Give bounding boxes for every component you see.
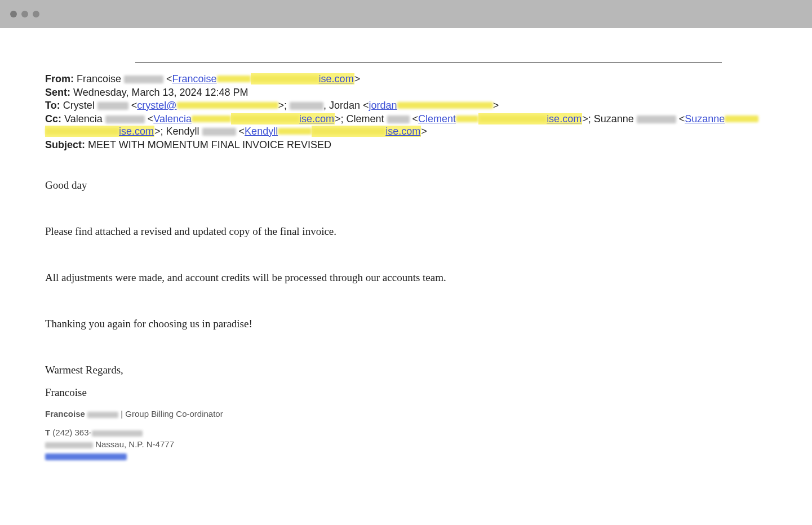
redacted-text: [637, 115, 676, 123]
sig-address: Nassau, N.P. N-4777: [45, 439, 767, 449]
to-email-2-link[interactable]: jordan: [369, 100, 493, 111]
redacted-text: [202, 128, 236, 136]
maximize-window-button[interactable]: [33, 11, 39, 17]
from-email-link[interactable]: Francoiseise.com: [172, 73, 354, 84]
address-suffix: Nassau, N.P. N-4777: [95, 439, 174, 449]
redacted-text: [92, 430, 143, 437]
to-name-2: Jordan: [329, 100, 360, 111]
to-name-1: Crystel: [63, 100, 95, 111]
phone-prefix: (242) 363-: [52, 428, 91, 437]
cc-email-1-link[interactable]: Valenciaise.com: [153, 113, 335, 124]
cc-label: Cc:: [45, 113, 61, 124]
minimize-window-button[interactable]: [21, 11, 28, 17]
redacted-text: [290, 102, 323, 110]
cc-name-2: Clement: [347, 113, 384, 124]
email-content: From: Francoise <Francoiseise.com> Sent:…: [0, 28, 812, 474]
redacted-text: [124, 75, 163, 83]
redacted-text: [97, 102, 128, 110]
redacted-text: [45, 442, 93, 448]
cc-name-4: Kendyll: [166, 126, 199, 137]
subject-value: MEET WITH MOMENTUM FINAL INVOICE REVISED: [88, 139, 331, 150]
close-window-button[interactable]: [10, 11, 17, 17]
body-para-1: Please find attached a revised and updat…: [45, 225, 767, 238]
cc-name-3: Suzanne: [594, 113, 634, 124]
sig-title: Group Billing Co-ordinator: [125, 409, 223, 419]
phone-label: T: [45, 428, 50, 437]
window-titlebar: [0, 0, 812, 28]
cc-name-1: Valencia: [64, 113, 103, 124]
email-body: Good day Please find attached a revised …: [45, 179, 767, 399]
to-line: To: Crystel <crystel@>; , Jordan <jordan…: [45, 99, 767, 112]
to-email-1-link[interactable]: crystel@: [137, 100, 278, 111]
sig-phone: T (242) 363-: [45, 428, 767, 437]
sig-link: [45, 451, 767, 461]
sig-name-title: Francoise | Group Billing Co-ordinator: [45, 409, 767, 419]
signature-block: Francoise | Group Billing Co-ordinator T…: [45, 409, 767, 461]
greeting: Good day: [45, 179, 767, 192]
to-label: To:: [45, 100, 60, 111]
subject-line: Subject: MEET WITH MOMENTUM FINAL INVOIC…: [45, 139, 767, 152]
body-para-3: Thanking you again for choosing us in pa…: [45, 318, 767, 330]
redacted-link[interactable]: [45, 453, 127, 460]
sig-name: Francoise: [45, 409, 85, 419]
sent-line: Sent: Wednesday, March 13, 2024 12:48 PM: [45, 86, 767, 99]
sent-label: Sent:: [45, 87, 70, 98]
closing: Warmest Regards,: [45, 364, 767, 376]
redacted-text: [87, 412, 118, 418]
cc-line: Cc: Valencia <Valenciaise.com>; Clement …: [45, 113, 767, 138]
sent-value: Wednesday, March 13, 2024 12:48 PM: [73, 87, 249, 98]
divider: [135, 62, 722, 63]
body-para-2: All adjustments were made, and account c…: [45, 272, 767, 284]
from-label: From:: [45, 73, 74, 84]
sender-name: Francoise: [45, 386, 767, 399]
cc-email-4-link[interactable]: Kendyllise.com: [245, 126, 421, 137]
redacted-text: [387, 115, 410, 123]
from-name: Francoise: [77, 73, 121, 84]
cc-email-2-link[interactable]: Clementise.com: [418, 113, 582, 124]
redacted-text: [105, 115, 145, 123]
from-line: From: Francoise <Francoiseise.com>: [45, 73, 767, 86]
subject-label: Subject:: [45, 139, 85, 150]
